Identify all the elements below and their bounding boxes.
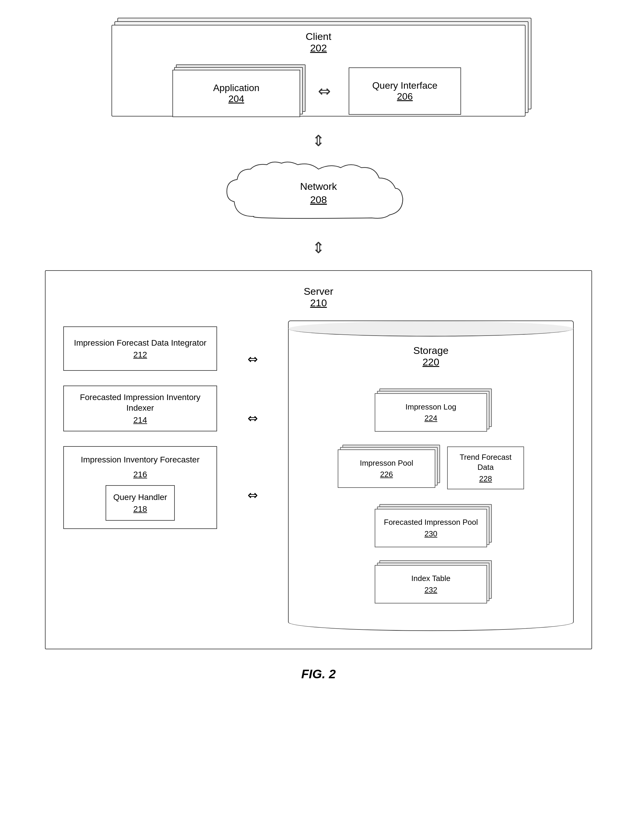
index-table-number: 232 — [424, 586, 437, 595]
storage-number: 220 — [423, 356, 439, 368]
server-left-modules: Impression Forecast Data Integrator 212 … — [63, 321, 217, 529]
forecasted-impression-pool-wrapper: Forecasted Impresson Pool 230 — [375, 504, 487, 543]
trend-forecast-data-number: 228 — [479, 474, 492, 483]
client-network-arrow: ⇕ — [312, 133, 325, 148]
impression-log-wrapper: Impresson Log 224 — [375, 388, 487, 427]
impression-forecast-data-integrator-box: Impression Forecast Data Integrator 212 — [63, 327, 217, 371]
impression-log-box: Impresson Log 224 — [375, 393, 487, 432]
impression-pool-wrapper: Impresson Pool 226 — [338, 445, 435, 483]
storage-body: Storage 220 Impresson Log 224 — [288, 321, 574, 631]
impression-pool-number: 226 — [380, 470, 393, 479]
query-handler-box: Query Handler 218 — [106, 485, 175, 521]
application-wrapper: Application 204 — [176, 65, 300, 118]
impression-forecast-data-integrator-number: 212 — [133, 350, 147, 360]
application-number: 204 — [228, 93, 244, 104]
server-label: Server — [304, 286, 333, 297]
forecasted-impression-pool-number: 230 — [424, 529, 437, 538]
network-cloud-svg: Network 208 — [218, 160, 419, 228]
query-interface-number: 206 — [397, 91, 413, 102]
app-to-query-arrow: ⇔ — [318, 84, 331, 99]
query-interface-box: Query Interface 206 — [349, 68, 461, 115]
query-handler-number: 218 — [133, 504, 147, 514]
storage-section: Storage 220 Impresson Log 224 — [288, 321, 574, 631]
impression-log-label: Impresson Log — [405, 402, 456, 412]
client-network-arrow-container: ⇕ — [312, 130, 325, 152]
server-section: Server 210 Impression Forecast Data Inte… — [45, 270, 592, 649]
server-content: Impression Forecast Data Integrator 212 … — [63, 321, 574, 631]
trend-forecast-data-box: Trend Forecast Data 228 — [447, 447, 524, 489]
forecasted-impression-pool-box: Forecasted Impresson Pool 230 — [375, 509, 487, 547]
network-server-arrow-container: ⇕ — [312, 237, 325, 258]
impression-pool-box: Impresson Pool 226 — [338, 449, 435, 488]
forecasted-impression-inventory-indexer-label: Forecasted Impression Inventory Indexer — [71, 392, 209, 414]
network-section: Network 208 — [218, 160, 419, 228]
index-table-wrapper: Index Table 232 — [375, 560, 487, 599]
trend-forecast-data-label: Trend Forecast Data — [453, 452, 518, 472]
forecasted-impression-inventory-indexer-box: Forecasted Impression Inventory Indexer … — [63, 385, 217, 431]
client-title: Client — [306, 31, 332, 42]
storage-middle-row: Impresson Pool 226 Trend Forecast Data 2… — [303, 442, 558, 489]
storage-title-area: Storage 220 — [413, 345, 448, 368]
svg-text:Network: Network — [300, 181, 337, 192]
application-label: Application — [213, 82, 260, 93]
application-box: Application 204 — [172, 70, 300, 117]
forecasted-impression-pool-label: Forecasted Impresson Pool — [384, 518, 478, 527]
forecasted-impression-inventory-indexer-number: 214 — [133, 415, 147, 425]
module-arrows-column: ⇔ ⇔ ⇔ — [241, 321, 264, 517]
figure-caption: FIG. 2 — [301, 667, 336, 681]
impression-inventory-forecaster-label: Impression Inventory Forecaster — [81, 455, 200, 465]
impression-inventory-forecaster-box: Impression Inventory Forecaster 216 Quer… — [63, 446, 217, 529]
impression-pool-label: Impresson Pool — [360, 458, 413, 468]
client-section: Client 202 Application 204 ⇔ — [112, 18, 525, 118]
impression-inventory-forecaster-number: 216 — [133, 470, 147, 479]
network-server-arrow: ⇕ — [312, 240, 325, 256]
index-table-label: Index Table — [411, 573, 451, 584]
query-handler-label: Query Handler — [113, 492, 167, 503]
arrow-214: ⇔ — [248, 396, 258, 440]
storage-label: Storage — [413, 345, 448, 356]
query-interface-label: Query Interface — [372, 80, 438, 91]
arrow-212: ⇔ — [248, 337, 258, 381]
server-number: 210 — [63, 297, 574, 309]
index-table-box: Index Table 232 — [375, 565, 487, 603]
svg-text:208: 208 — [310, 194, 327, 205]
client-number: 202 — [306, 42, 332, 54]
impression-log-number: 224 — [424, 414, 437, 423]
impression-forecast-data-integrator-label: Impression Forecast Data Integrator — [74, 338, 206, 348]
arrow-216: ⇔ — [248, 473, 258, 517]
client-box: Client 202 Application 204 ⇔ — [112, 25, 525, 117]
client-inner-row: Application 204 ⇔ Query Interface 206 — [121, 65, 516, 118]
